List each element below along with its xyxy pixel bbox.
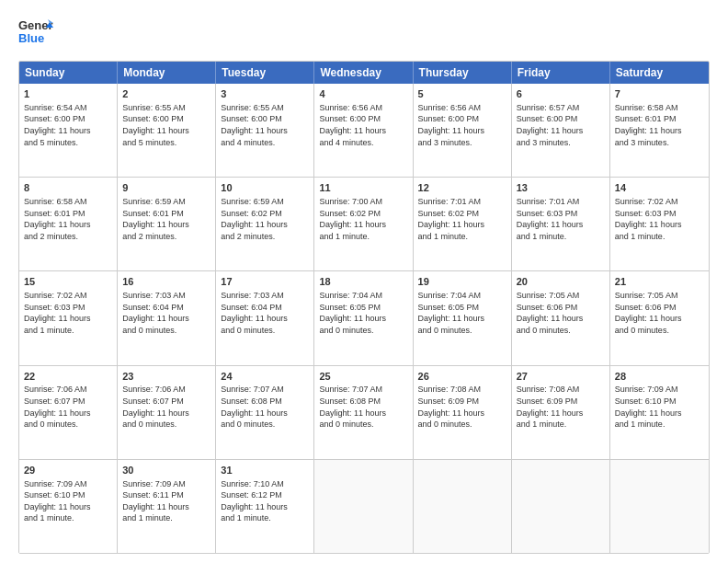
- day-2: 2Sunrise: 6:55 AM Sunset: 6:00 PM Daylig…: [118, 84, 216, 177]
- day-number: 30: [122, 464, 210, 477]
- day-27: 27Sunrise: 7:08 AM Sunset: 6:09 PM Dayli…: [512, 366, 610, 459]
- day-info: Sunrise: 6:58 AM Sunset: 6:01 PM Dayligh…: [24, 196, 112, 242]
- day-number: 16: [122, 275, 210, 289]
- day-15: 15Sunrise: 7:02 AM Sunset: 6:03 PM Dayli…: [19, 271, 118, 364]
- day-number: 29: [24, 464, 112, 477]
- header: General Blue: [18, 15, 710, 53]
- day-number: 1: [24, 87, 112, 101]
- day-5: 5Sunrise: 6:56 AM Sunset: 6:00 PM Daylig…: [414, 84, 512, 177]
- day-29: 29Sunrise: 7:09 AM Sunset: 6:10 PM Dayli…: [19, 460, 118, 553]
- day-number: 5: [418, 87, 506, 101]
- day-info: Sunrise: 7:02 AM Sunset: 6:03 PM Dayligh…: [615, 196, 704, 242]
- day-info: Sunrise: 7:09 AM Sunset: 6:10 PM Dayligh…: [24, 478, 112, 524]
- day-info: Sunrise: 7:05 AM Sunset: 6:06 PM Dayligh…: [517, 290, 605, 336]
- day-number: 25: [319, 370, 407, 384]
- calendar-week-3: 15Sunrise: 7:02 AM Sunset: 6:03 PM Dayli…: [19, 271, 709, 365]
- day-info: Sunrise: 7:08 AM Sunset: 6:09 PM Dayligh…: [517, 384, 605, 430]
- header-day-tuesday: Tuesday: [216, 62, 314, 84]
- day-12: 12Sunrise: 7:01 AM Sunset: 6:02 PM Dayli…: [414, 178, 512, 270]
- day-number: 3: [221, 87, 309, 101]
- header-day-saturday: Saturday: [610, 62, 709, 84]
- day-info: Sunrise: 7:07 AM Sunset: 6:08 PM Dayligh…: [221, 384, 309, 430]
- day-info: Sunrise: 7:08 AM Sunset: 6:09 PM Dayligh…: [418, 384, 506, 430]
- day-1: 1Sunrise: 6:54 AM Sunset: 6:00 PM Daylig…: [19, 84, 118, 177]
- day-6: 6Sunrise: 6:57 AM Sunset: 6:00 PM Daylig…: [512, 84, 610, 177]
- day-info: Sunrise: 7:10 AM Sunset: 6:12 PM Dayligh…: [221, 478, 309, 524]
- day-number: 7: [615, 87, 704, 101]
- empty-cell: [414, 460, 512, 553]
- empty-cell: [610, 460, 709, 553]
- header-day-monday: Monday: [118, 62, 216, 84]
- day-18: 18Sunrise: 7:04 AM Sunset: 6:05 PM Dayli…: [314, 271, 413, 364]
- day-info: Sunrise: 6:58 AM Sunset: 6:01 PM Dayligh…: [615, 102, 704, 148]
- day-info: Sunrise: 7:04 AM Sunset: 6:05 PM Dayligh…: [418, 290, 506, 336]
- header-day-thursday: Thursday: [414, 62, 512, 84]
- day-number: 8: [24, 181, 112, 195]
- day-info: Sunrise: 7:03 AM Sunset: 6:04 PM Dayligh…: [221, 290, 309, 336]
- day-info: Sunrise: 7:07 AM Sunset: 6:08 PM Dayligh…: [319, 384, 407, 430]
- day-number: 14: [615, 181, 704, 195]
- day-13: 13Sunrise: 7:01 AM Sunset: 6:03 PM Dayli…: [512, 178, 610, 270]
- day-info: Sunrise: 7:05 AM Sunset: 6:06 PM Dayligh…: [615, 290, 704, 336]
- day-30: 30Sunrise: 7:09 AM Sunset: 6:11 PM Dayli…: [118, 460, 216, 553]
- day-info: Sunrise: 6:54 AM Sunset: 6:00 PM Dayligh…: [24, 102, 112, 148]
- day-19: 19Sunrise: 7:04 AM Sunset: 6:05 PM Dayli…: [414, 271, 512, 364]
- day-9: 9Sunrise: 6:59 AM Sunset: 6:01 PM Daylig…: [118, 178, 216, 270]
- day-info: Sunrise: 7:02 AM Sunset: 6:03 PM Dayligh…: [24, 290, 112, 336]
- day-info: Sunrise: 7:01 AM Sunset: 6:03 PM Dayligh…: [517, 196, 605, 242]
- day-16: 16Sunrise: 7:03 AM Sunset: 6:04 PM Dayli…: [118, 271, 216, 364]
- day-10: 10Sunrise: 6:59 AM Sunset: 6:02 PM Dayli…: [216, 178, 314, 270]
- day-number: 10: [221, 181, 309, 195]
- calendar: SundayMondayTuesdayWednesdayThursdayFrid…: [18, 61, 710, 554]
- day-22: 22Sunrise: 7:06 AM Sunset: 6:07 PM Dayli…: [19, 366, 118, 459]
- day-number: 11: [319, 181, 407, 195]
- day-info: Sunrise: 7:06 AM Sunset: 6:07 PM Dayligh…: [122, 384, 210, 430]
- day-info: Sunrise: 6:57 AM Sunset: 6:00 PM Dayligh…: [517, 102, 605, 148]
- day-28: 28Sunrise: 7:09 AM Sunset: 6:10 PM Dayli…: [610, 366, 709, 459]
- page: General Blue SundayMondayTuesdayWednesda…: [0, 0, 728, 563]
- day-11: 11Sunrise: 7:00 AM Sunset: 6:02 PM Dayli…: [314, 178, 413, 270]
- day-number: 28: [615, 370, 704, 384]
- logo: General Blue: [18, 15, 53, 53]
- day-3: 3Sunrise: 6:55 AM Sunset: 6:00 PM Daylig…: [216, 84, 314, 177]
- day-number: 23: [122, 370, 210, 384]
- day-info: Sunrise: 6:56 AM Sunset: 6:00 PM Dayligh…: [418, 102, 506, 148]
- day-info: Sunrise: 7:03 AM Sunset: 6:04 PM Dayligh…: [122, 290, 210, 336]
- day-info: Sunrise: 7:04 AM Sunset: 6:05 PM Dayligh…: [319, 290, 407, 336]
- day-4: 4Sunrise: 6:56 AM Sunset: 6:00 PM Daylig…: [314, 84, 413, 177]
- day-info: Sunrise: 7:06 AM Sunset: 6:07 PM Dayligh…: [24, 384, 112, 430]
- empty-cell: [512, 460, 610, 553]
- day-number: 17: [221, 275, 309, 289]
- day-number: 2: [122, 87, 210, 101]
- day-number: 15: [24, 275, 112, 289]
- day-20: 20Sunrise: 7:05 AM Sunset: 6:06 PM Dayli…: [512, 271, 610, 364]
- day-number: 22: [24, 370, 112, 384]
- day-number: 18: [319, 275, 407, 289]
- day-info: Sunrise: 6:55 AM Sunset: 6:00 PM Dayligh…: [221, 102, 309, 148]
- day-23: 23Sunrise: 7:06 AM Sunset: 6:07 PM Dayli…: [118, 366, 216, 459]
- calendar-week-2: 8Sunrise: 6:58 AM Sunset: 6:01 PM Daylig…: [19, 178, 709, 271]
- day-17: 17Sunrise: 7:03 AM Sunset: 6:04 PM Dayli…: [216, 271, 314, 364]
- day-number: 6: [517, 87, 605, 101]
- day-info: Sunrise: 7:09 AM Sunset: 6:10 PM Dayligh…: [615, 384, 704, 430]
- day-number: 4: [319, 87, 407, 101]
- svg-text:Blue: Blue: [18, 31, 44, 45]
- calendar-week-1: 1Sunrise: 6:54 AM Sunset: 6:00 PM Daylig…: [19, 84, 709, 178]
- calendar-week-4: 22Sunrise: 7:06 AM Sunset: 6:07 PM Dayli…: [19, 366, 709, 460]
- day-info: Sunrise: 6:56 AM Sunset: 6:00 PM Dayligh…: [319, 102, 407, 148]
- day-info: Sunrise: 7:00 AM Sunset: 6:02 PM Dayligh…: [319, 196, 407, 242]
- header-day-sunday: Sunday: [19, 62, 118, 84]
- day-7: 7Sunrise: 6:58 AM Sunset: 6:01 PM Daylig…: [610, 84, 709, 177]
- day-number: 20: [517, 275, 605, 289]
- day-number: 27: [517, 370, 605, 384]
- calendar-body: 1Sunrise: 6:54 AM Sunset: 6:00 PM Daylig…: [19, 84, 709, 553]
- day-number: 24: [221, 370, 309, 384]
- day-info: Sunrise: 6:55 AM Sunset: 6:00 PM Dayligh…: [122, 102, 210, 148]
- day-21: 21Sunrise: 7:05 AM Sunset: 6:06 PM Dayli…: [610, 271, 709, 364]
- calendar-header: SundayMondayTuesdayWednesdayThursdayFrid…: [19, 62, 709, 84]
- calendar-week-5: 29Sunrise: 7:09 AM Sunset: 6:10 PM Dayli…: [19, 460, 709, 553]
- header-day-wednesday: Wednesday: [314, 62, 413, 84]
- day-14: 14Sunrise: 7:02 AM Sunset: 6:03 PM Dayli…: [610, 178, 709, 270]
- day-31: 31Sunrise: 7:10 AM Sunset: 6:12 PM Dayli…: [216, 460, 314, 553]
- day-number: 19: [418, 275, 506, 289]
